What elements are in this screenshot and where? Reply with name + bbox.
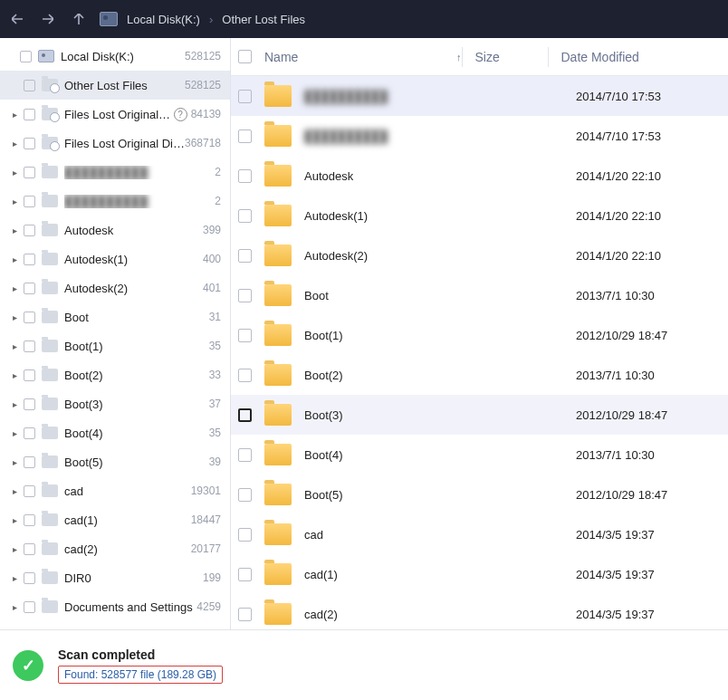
tree-checkbox[interactable] — [24, 138, 35, 149]
tree-checkbox[interactable] — [24, 196, 35, 207]
tree-item[interactable]: ▸Autodesk(2)401 — [0, 273, 230, 302]
expand-icon[interactable]: ▸ — [9, 428, 20, 438]
tree-checkbox[interactable] — [24, 80, 35, 91]
tree-checkbox[interactable] — [24, 456, 35, 468]
expand-icon[interactable]: ▸ — [9, 197, 20, 206]
column-date[interactable]: Date Modified — [561, 50, 724, 64]
column-separator[interactable] — [548, 47, 549, 67]
tree-item[interactable]: ▸cad19301 — [0, 476, 230, 505]
tree-item[interactable]: ▸Files Lost Original Dire…368718 — [0, 129, 230, 158]
tree-checkbox[interactable] — [24, 369, 35, 381]
tree-item[interactable]: ▸Documents and Settings4259 — [0, 592, 230, 621]
tree-item[interactable]: ▸Boot(3)37 — [0, 389, 230, 418]
breadcrumb-folder[interactable]: Other Lost Files — [222, 13, 305, 26]
row-checkbox[interactable] — [238, 209, 252, 223]
file-row[interactable]: Boot(2)2013/7/1 10:30 — [231, 355, 728, 395]
tree-item[interactable]: ▸Boot(1)35 — [0, 331, 230, 360]
tree-checkbox[interactable] — [24, 514, 35, 526]
expand-icon[interactable]: ▸ — [9, 370, 20, 380]
file-row[interactable]: Autodesk2014/1/20 22:10 — [231, 156, 728, 196]
expand-icon[interactable]: ▸ — [9, 283, 20, 293]
expand-icon[interactable]: ▸ — [9, 110, 20, 120]
tree-checkbox[interactable] — [20, 51, 32, 62]
tree-item[interactable]: ▸Boot(5)39 — [0, 447, 230, 476]
tree-item[interactable]: Local Disk(K:)528125 — [0, 42, 230, 71]
tree-checkbox[interactable] — [24, 485, 35, 497]
expand-icon[interactable]: ▸ — [9, 225, 20, 235]
expand-icon[interactable]: ▸ — [9, 254, 20, 264]
row-checkbox[interactable] — [238, 408, 252, 422]
expand-icon[interactable]: ▸ — [9, 139, 20, 149]
row-checkbox[interactable] — [238, 568, 252, 581]
column-name[interactable]: Name ↑ — [264, 50, 462, 64]
forward-icon[interactable] — [38, 9, 58, 29]
row-checkbox[interactable] — [238, 608, 252, 621]
file-row[interactable]: Boot(4)2013/7/1 10:30 — [231, 435, 728, 475]
tree-checkbox[interactable] — [24, 225, 35, 236]
back-icon[interactable] — [7, 9, 27, 29]
column-size[interactable]: Size — [475, 50, 548, 64]
file-row[interactable]: Boot(5)2012/10/29 18:47 — [231, 475, 728, 514]
tree-checkbox[interactable] — [24, 340, 35, 352]
tree-checkbox[interactable] — [24, 601, 35, 613]
expand-icon[interactable]: ▸ — [9, 544, 20, 554]
tree-item[interactable]: ▸Boot31 — [0, 302, 230, 331]
expand-icon[interactable]: ▸ — [9, 573, 20, 583]
file-row[interactable]: cad(2)2014/3/5 19:37 — [231, 594, 728, 629]
row-checkbox[interactable] — [238, 528, 252, 542]
file-row[interactable]: cad(1)2014/3/5 19:37 — [231, 554, 728, 594]
file-row[interactable]: Autodesk(2)2014/1/20 22:10 — [231, 235, 728, 275]
tree-checkbox[interactable] — [24, 312, 35, 323]
file-list[interactable]: ██████████2014/7/10 17:53██████████2014/… — [231, 76, 728, 629]
column-separator[interactable] — [462, 47, 463, 67]
file-row[interactable]: ██████████2014/7/10 17:53 — [231, 116, 728, 156]
tree-item[interactable]: ▸Files Lost Original N…?84139 — [0, 100, 230, 129]
tree-item[interactable]: ▸██████████2 — [0, 187, 230, 216]
tree-checkbox[interactable] — [24, 543, 35, 555]
tree-item[interactable]: Other Lost Files528125 — [0, 71, 230, 100]
row-checkbox[interactable] — [238, 488, 252, 502]
tree-item[interactable]: ▸Autodesk(1)400 — [0, 245, 230, 273]
row-checkbox[interactable] — [238, 90, 252, 103]
tree-checkbox[interactable] — [24, 398, 35, 410]
tree-item[interactable]: ▸Autodesk399 — [0, 216, 230, 245]
tree-checkbox[interactable] — [24, 572, 35, 584]
expand-icon[interactable]: ▸ — [9, 312, 20, 322]
row-checkbox[interactable] — [238, 369, 252, 382]
expand-icon[interactable]: ▸ — [9, 341, 20, 351]
expand-icon[interactable]: ▸ — [9, 399, 20, 409]
expand-icon[interactable]: ▸ — [9, 602, 20, 612]
file-row[interactable]: Autodesk(1)2014/1/20 22:10 — [231, 196, 728, 235]
tree-checkbox[interactable] — [24, 167, 35, 178]
row-checkbox[interactable] — [238, 448, 252, 462]
tree-item[interactable]: ▸██████████2 — [0, 158, 230, 187]
file-row[interactable]: Boot(1)2012/10/29 18:47 — [231, 315, 728, 355]
tree-item[interactable]: ▸cad(1)18447 — [0, 505, 230, 534]
tree-checkbox[interactable] — [24, 109, 35, 120]
tree-checkbox[interactable] — [24, 254, 35, 265]
expand-icon[interactable]: ▸ — [9, 486, 20, 496]
tree-checkbox[interactable] — [24, 427, 35, 439]
tree-item[interactable]: ▸Boot(4)35 — [0, 418, 230, 447]
breadcrumb-drive[interactable]: Local Disk(K:) — [127, 13, 200, 26]
up-icon[interactable] — [69, 9, 89, 29]
tree-item[interactable]: ▸DIR0199 — [0, 563, 230, 592]
file-row[interactable]: cad2014/3/5 19:37 — [231, 514, 728, 554]
row-checkbox[interactable] — [238, 329, 252, 342]
expand-icon[interactable]: ▸ — [9, 515, 20, 525]
help-icon[interactable]: ? — [174, 108, 187, 121]
file-row[interactable]: ██████████2014/7/10 17:53 — [231, 76, 728, 116]
row-checkbox[interactable] — [238, 129, 252, 143]
expand-icon[interactable]: ▸ — [9, 168, 20, 177]
tree-checkbox[interactable] — [24, 283, 35, 294]
row-checkbox[interactable] — [238, 249, 252, 263]
select-all-checkbox[interactable] — [238, 50, 252, 63]
tree-item[interactable]: ▸Boot(2)33 — [0, 360, 230, 389]
file-row[interactable]: Boot(3)2012/10/29 18:47 — [231, 395, 728, 435]
tree-item[interactable]: ▸cad(2)20177 — [0, 534, 230, 563]
row-checkbox[interactable] — [238, 169, 252, 183]
file-row[interactable]: Boot2013/7/1 10:30 — [231, 275, 728, 315]
folder-tree[interactable]: Local Disk(K:)528125 Other Lost Files528… — [0, 38, 231, 629]
row-checkbox[interactable] — [238, 289, 252, 302]
expand-icon[interactable]: ▸ — [9, 457, 20, 467]
